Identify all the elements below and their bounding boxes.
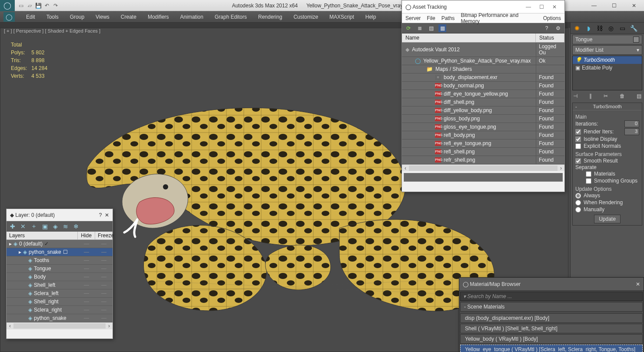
layer-row[interactable]: ▸◈python_snake ☐—— — [7, 248, 113, 256]
new-icon[interactable]: ▭ — [17, 2, 24, 9]
close-button[interactable]: ✕ — [624, 0, 644, 11]
smooth-result-check[interactable]: Smooth Result — [575, 157, 639, 164]
sep-materials-check[interactable]: Materials — [575, 170, 639, 177]
sep-groups-check[interactable]: Smoothing Groups — [575, 177, 639, 184]
asset-tb-table-icon[interactable]: ▦ — [438, 24, 446, 32]
asset-row[interactable]: ◆Autodesk Vault 2012Logged Ou — [402, 43, 564, 57]
menu-animation[interactable]: Animation — [180, 14, 203, 20]
freeze-toggle[interactable]: — — [95, 314, 113, 322]
pin-stack-icon[interactable]: ⊣ — [573, 93, 578, 99]
hide-toggle[interactable]: — — [78, 289, 95, 297]
rollout-header[interactable]: TurboSmooth — [573, 103, 642, 110]
layer-row[interactable]: ◈Shell_right—— — [7, 298, 113, 306]
freeze-toggle[interactable]: — — [95, 281, 113, 289]
layer-row[interactable]: ▸◈0 (default) ✓—— — [7, 240, 113, 248]
save-icon[interactable]: 💾 — [35, 2, 42, 9]
layer-row[interactable]: ◈Body—— — [7, 273, 113, 281]
layer-highlight-icon[interactable]: ◈ — [53, 223, 58, 230]
hide-toggle[interactable]: — — [78, 314, 95, 322]
minimize-button[interactable]: — — [584, 0, 604, 11]
scroll-right-icon[interactable]: › — [558, 165, 564, 171]
asset-tb-tree-icon[interactable]: ▤ — [427, 24, 435, 32]
modifier-stack[interactable]: 💡TurboSmooth ▣Editable Poly — [572, 56, 642, 90]
scroll-right-icon[interactable]: › — [106, 323, 113, 329]
explicit-normals-check[interactable]: Explicit Normals — [575, 143, 639, 149]
asset-row[interactable]: PNGrefl_eye_tongue.pngFound — [402, 139, 564, 148]
layer-select-icon[interactable]: ▣ — [42, 223, 48, 230]
hide-toggle[interactable]: — — [78, 298, 95, 306]
layer-freeze-icon[interactable]: ❄ — [73, 223, 79, 230]
freeze-toggle[interactable]: — — [95, 298, 113, 306]
material-browser[interactable]: ◯ Material/Map Browser ✕ ▾ Search by Nam… — [459, 277, 644, 352]
make-unique-icon[interactable]: ✂ — [604, 93, 608, 99]
layer-help-icon[interactable]: ? — [99, 212, 102, 218]
asset-menu-file[interactable]: File — [427, 15, 435, 21]
col-name[interactable]: Name — [402, 33, 536, 42]
layer-row[interactable]: ◈Tongue—— — [7, 265, 113, 273]
redo-icon[interactable]: ↷ — [52, 2, 59, 9]
material-item[interactable]: Shell ( VRayMtl ) [Shell_left, Shell_rig… — [460, 324, 643, 333]
layer-row[interactable]: ◈Tooths—— — [7, 256, 113, 265]
current-layer-icon[interactable]: ☐ — [63, 249, 68, 255]
scroll-left-icon[interactable]: ‹ — [7, 323, 13, 329]
layer-titlebar[interactable]: ◆ Layer: 0 (default) ? ✕ — [7, 209, 113, 221]
layer-row[interactable]: ◈Shell_left—— — [7, 281, 113, 289]
freeze-toggle[interactable]: — — [95, 265, 113, 272]
material-close-icon[interactable]: ✕ — [636, 281, 640, 287]
layer-hscroll[interactable]: ‹ › — [7, 322, 113, 329]
object-name-field[interactable]: Tongue — [572, 35, 642, 44]
layer-new-icon[interactable]: ✚ — [10, 223, 15, 230]
freeze-toggle[interactable]: — — [95, 256, 113, 264]
menu-customize[interactable]: Customize — [293, 14, 318, 20]
opt-always-radio[interactable]: Always — [575, 192, 639, 199]
layer-panel[interactable]: ◆ Layer: 0 (default) ? ✕ ✚ ✕ ＋ ▣ ◈ ≋ ❄ L… — [6, 209, 113, 339]
freeze-toggle[interactable]: — — [95, 306, 113, 314]
menu-modifiers[interactable]: Modifiers — [148, 14, 169, 20]
menu-group[interactable]: Group — [70, 14, 84, 20]
col-hide[interactable]: Hide — [78, 232, 95, 239]
freeze-toggle[interactable]: — — [95, 240, 113, 248]
layer-delete-icon[interactable]: ✕ — [20, 223, 26, 230]
color-swatch[interactable] — [633, 37, 639, 43]
update-button[interactable]: Update — [594, 215, 621, 223]
layer-hide-icon[interactable]: ≋ — [63, 223, 68, 230]
asset-tb-list-icon[interactable]: ≣ — [416, 24, 424, 32]
modifier-list-dropdown[interactable]: Modifier List ▾ — [572, 45, 642, 55]
asset-minimize[interactable]: — — [522, 4, 535, 10]
asset-tracking-window[interactable]: ◯ Asset Tracking — ☐ ✕ Server File Paths… — [402, 0, 565, 192]
asset-row[interactable]: PNGrefr_shell.pngFound — [402, 156, 564, 164]
menu-help[interactable]: Help — [365, 14, 376, 20]
show-end-result-icon[interactable]: ∥ — [589, 93, 592, 99]
viewport-label[interactable]: [ + ] [ Perspective ] [ Shaded + Edged F… — [4, 28, 100, 33]
isoline-check[interactable]: Isoline Display — [575, 136, 639, 143]
asset-menu-options[interactable]: Options — [543, 15, 561, 21]
menu-edit[interactable]: Edit — [26, 14, 35, 20]
asset-row[interactable]: PNGbody_normal.pngFound — [402, 82, 564, 90]
hide-toggle[interactable]: — — [78, 248, 95, 256]
col-freeze[interactable]: Freeze — [95, 232, 113, 239]
asset-row[interactable]: PNGgloss_eye_tongue.pngFound — [402, 123, 564, 131]
material-item[interactable]: disp (body_displacement.exr) [Body] — [460, 313, 643, 323]
material-item[interactable]: Yellow_eye_tongue ( VRayMtl ) [Sclera_le… — [460, 345, 643, 352]
asset-menu-server[interactable]: Server — [405, 15, 421, 21]
asset-row[interactable]: 📁Maps / Shaders — [402, 65, 564, 73]
layer-row[interactable]: ◈Sclera_left—— — [7, 289, 113, 298]
opt-render-radio[interactable]: When Rendering — [575, 199, 639, 206]
tab-create-icon[interactable]: ✺ — [572, 24, 582, 33]
tab-utilities-icon[interactable]: 🔧 — [629, 24, 638, 33]
col-status[interactable]: Status — [536, 33, 564, 42]
asset-tb-refresh-icon[interactable]: ⟳ — [405, 24, 412, 32]
remove-modifier-icon[interactable]: 🗑 — [620, 93, 625, 99]
scene-materials-header[interactable]: - Scene Materials — [460, 302, 643, 312]
asset-close[interactable]: ✕ — [548, 4, 561, 10]
menu-rendering[interactable]: Rendering — [258, 14, 282, 20]
menu-tools[interactable]: Tools — [46, 14, 59, 20]
layer-close-icon[interactable]: ✕ — [105, 212, 109, 218]
scroll-left-icon[interactable]: ‹ — [402, 165, 409, 171]
asset-tb-settings-icon[interactable]: ⚙ — [554, 24, 562, 32]
asset-row[interactable]: PNGrefl_body.pngFound — [402, 131, 564, 139]
material-search[interactable]: ▾ Search by Name ... — [460, 292, 643, 301]
maximize-button[interactable]: ☐ — [604, 0, 624, 11]
asset-row[interactable]: ○body_displacement.exrFound — [402, 73, 564, 82]
material-titlebar[interactable]: ◯ Material/Map Browser ✕ — [459, 278, 644, 291]
